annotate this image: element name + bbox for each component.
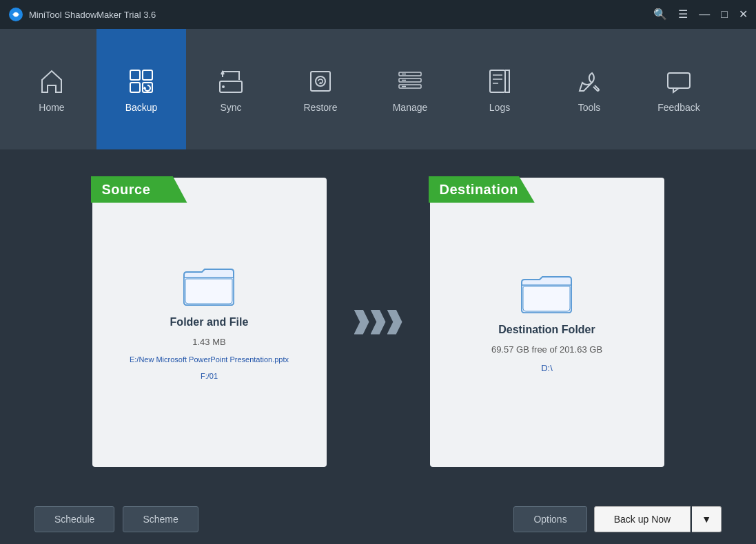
nav-label-home: Home [39,102,64,113]
feedback-icon [664,66,694,96]
menu-icon[interactable]: ☰ [678,9,688,20]
nav-item-manage[interactable]: Manage [365,29,455,149]
sync-icon [216,66,246,96]
source-header: Source [91,176,187,203]
nav-item-home[interactable]: Home [7,29,96,149]
destination-body: Destination Folder 69.57 GB free of 201.… [478,258,616,387]
destination-free: 69.57 GB free of 201.63 GB [491,344,602,355]
nav-label-sync: Sync [220,102,241,113]
nav-label-tools: Tools [578,102,601,113]
main-content: Source Folder and File 1.43 MB E:/New Mi… [0,149,756,494]
source-body: Folder and File 1.43 MB E:/New Microsoft… [116,250,303,394]
svg-rect-8 [311,72,330,91]
dropdown-arrow-icon: ▼ [702,514,711,525]
destination-header: Destination [429,176,535,203]
destination-title: Destination Folder [498,324,595,336]
nav-item-feedback[interactable]: Feedback [634,29,724,149]
svg-rect-2 [130,70,140,80]
maximize-button[interactable]: □ [721,9,728,20]
nav-item-logs[interactable]: Logs [455,29,544,149]
nav-item-sync[interactable]: Sync [186,29,276,149]
restore-icon [305,66,336,96]
nav-label-manage: Manage [393,102,428,113]
source-folder-icon [181,264,236,308]
source-size: 1.43 MB [192,337,225,347]
title-bar-controls: 🔍 ☰ — □ ✕ [653,9,748,20]
minimize-button[interactable]: — [699,9,710,20]
svg-point-1 [14,12,18,17]
title-bar-left: MiniTool ShadowMaker Trial 3.6 [8,7,156,22]
close-button[interactable]: ✕ [739,9,748,20]
nav-label-restore: Restore [303,102,337,113]
source-path1: E:/New Microsoft PowerPoint Presentation… [130,355,289,364]
source-path2: F:/01 [201,372,218,380]
title-bar: MiniTool ShadowMaker Trial 3.6 🔍 ☰ — □ ✕ [0,0,756,29]
bottom-bar: Schedule Scheme Options Back up Now ▼ [0,494,756,544]
backup-dropdown-button[interactable]: ▼ [692,506,722,532]
home-icon [37,66,67,96]
source-title: Folder and File [170,316,249,328]
options-button[interactable]: Options [513,506,586,532]
nav-bar: Home Backup Sync Restore [0,29,756,149]
nav-label-logs: Logs [489,102,510,113]
destination-card[interactable]: Destination Destination Folder 69.57 GB … [430,178,664,467]
manage-icon [395,66,425,96]
nav-label-feedback: Feedback [657,102,699,113]
forward-arrow [354,310,402,335]
bottom-right: Options Back up Now ▼ [513,506,722,532]
svg-rect-3 [143,70,152,80]
logs-icon [484,66,515,96]
destination-drive: D:\ [541,363,553,373]
svg-rect-20 [668,73,690,88]
app-logo [8,7,23,22]
arrow-area [354,310,402,335]
svg-rect-16 [490,70,505,92]
tools-icon [574,66,604,96]
search-icon[interactable]: 🔍 [653,9,667,20]
destination-folder-icon [519,271,574,315]
nav-label-backup: Backup [125,102,158,113]
schedule-button[interactable]: Schedule [34,506,114,532]
app-title: MiniTool ShadowMaker Trial 3.6 [29,10,156,20]
backup-area: Source Folder and File 1.43 MB E:/New Mi… [34,163,722,481]
backup-now-button[interactable]: Back up Now [594,506,691,532]
svg-point-9 [316,76,325,86]
svg-rect-4 [130,83,140,92]
nav-item-restore[interactable]: Restore [276,29,365,149]
svg-point-7 [222,85,225,88]
nav-item-backup[interactable]: Backup [96,29,186,149]
backup-icon [126,66,156,96]
scheme-button[interactable]: Scheme [123,506,198,532]
source-card[interactable]: Source Folder and File 1.43 MB E:/New Mi… [92,178,327,467]
nav-item-tools[interactable]: Tools [544,29,634,149]
bottom-left: Schedule Scheme [34,506,198,532]
